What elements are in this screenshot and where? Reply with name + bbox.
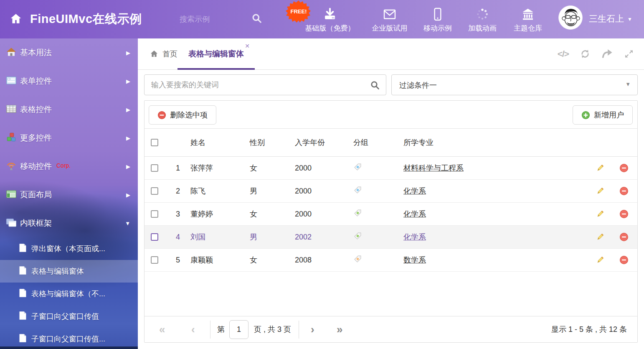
cell-name: 董婷婷 <box>184 209 243 219</box>
delete-row-icon[interactable] <box>611 209 637 219</box>
file-icon <box>19 334 27 344</box>
sidebar-item-form-controls[interactable]: 表单控件 ▶ <box>0 67 138 95</box>
table-row: 3 董婷婷 女 2000 化学系 <box>145 203 637 226</box>
nav-theme-repo[interactable]: 主题仓库 <box>497 6 559 33</box>
header-search-icon[interactable] <box>251 13 262 25</box>
grid-panel: 删除选中项 新增用户 姓名 性别 入学年份 分组 所学专业 1 <box>144 100 638 343</box>
sidebar-subitem-child-to-parent-2[interactable]: 子窗口向父窗口传值... <box>0 328 138 349</box>
tab-grid-edit-window[interactable]: 表格与编辑窗体 ✕ <box>177 38 255 69</box>
edit-pencil-icon[interactable] <box>589 210 611 219</box>
chevron-down-icon: ▼ <box>625 81 631 87</box>
delete-row-icon[interactable] <box>611 255 637 265</box>
sidebar-item-inline-frames[interactable]: 内联框架 ▼ <box>0 209 138 237</box>
envelope-icon <box>383 6 397 21</box>
row-number: 5 <box>165 256 184 265</box>
chevron-down-icon: ▼ <box>627 16 632 22</box>
close-icon[interactable]: ✕ <box>245 43 250 49</box>
app-title: FineUIMvc在线示例 <box>30 11 142 28</box>
edit-pencil-icon[interactable] <box>589 256 611 265</box>
sidebar-item-label: 移动控件 <box>20 161 52 172</box>
layout-icon <box>6 190 17 200</box>
cell-name: 张萍萍 <box>184 163 243 173</box>
sidebar-subitem-child-to-parent[interactable]: 子窗口向父窗口传值 <box>0 305 138 328</box>
major-link[interactable]: 化学系 <box>403 233 426 241</box>
last-page-button[interactable]: » <box>337 322 342 336</box>
sidebar-subitem-grid-edit-window[interactable]: 表格与编辑窗体 <box>0 260 138 283</box>
row-checkbox[interactable] <box>151 187 158 195</box>
minus-circle-icon <box>157 111 166 120</box>
pagination-bar: « ‹ 第 页 , 共 3 页 › » 显示 1 - 5 条 , 共 12 条 <box>145 316 637 342</box>
cell-gender: 男 <box>243 232 289 242</box>
edit-pencil-icon[interactable] <box>589 233 611 242</box>
nav-label: 主题仓库 <box>514 23 542 33</box>
home-icon[interactable] <box>9 13 23 27</box>
chevron-right-icon: ▶ <box>126 163 130 170</box>
filter-dropdown[interactable]: 过滤条件一 ▼ <box>391 74 638 95</box>
row-checkbox[interactable] <box>151 233 158 241</box>
app-header: FineUIMvc在线示例 FREE! 基础版（免费） 企业版试用 移动示例 <box>0 0 644 38</box>
tag-icon <box>347 186 397 196</box>
avatar[interactable] <box>558 5 583 30</box>
search-icon[interactable] <box>370 80 380 92</box>
delete-row-icon[interactable] <box>611 232 637 242</box>
cubes-icon <box>6 132 17 143</box>
row-checkbox[interactable] <box>151 164 158 172</box>
sidebar-item-page-layout[interactable]: 页面布局 ▶ <box>0 181 138 209</box>
sidebar-item-more-controls[interactable]: 更多控件 ▶ <box>0 124 138 152</box>
column-header-gender: 性别 <box>243 138 289 148</box>
chevron-right-icon: ▶ <box>126 78 130 84</box>
filter-dropdown-value: 过滤条件一 <box>399 80 437 90</box>
sidebar-item-table-controls[interactable]: 表格控件 ▶ <box>0 95 138 124</box>
major-link[interactable]: 数学系 <box>403 256 426 264</box>
file-icon <box>19 243 27 254</box>
row-checkbox[interactable] <box>151 256 158 264</box>
sidebar-subitem-label: 子窗口向父窗口传值... <box>31 334 105 344</box>
nav-basic-free[interactable]: 基础版（免费） <box>299 6 361 33</box>
edit-pencil-icon[interactable] <box>589 187 611 196</box>
major-link[interactable]: 化学系 <box>403 187 426 195</box>
major-link[interactable]: 化学系 <box>403 210 426 218</box>
column-header-name: 姓名 <box>184 138 243 148</box>
cell-name: 康颖颖 <box>184 255 243 265</box>
sidebar-item-label: 表单控件 <box>20 76 52 87</box>
row-checkbox[interactable] <box>151 210 158 218</box>
first-page-button[interactable]: « <box>159 322 165 336</box>
sidebar-item-label: 基本用法 <box>20 47 52 58</box>
edit-pencil-icon[interactable] <box>589 164 611 173</box>
sidebar-subitem-popup-window[interactable]: 弹出窗体（本页面或... <box>0 237 138 260</box>
tag-icon <box>347 232 397 242</box>
username: 三生石上 <box>589 14 624 23</box>
select-all-checkbox[interactable] <box>151 139 158 146</box>
page: FineUIMvc在线示例 FREE! 基础版（免费） 企业版试用 移动示例 <box>0 0 644 349</box>
record-summary: 显示 1 - 5 条 , 共 12 条 <box>551 324 627 334</box>
tab-home[interactable]: 首页 <box>150 38 177 69</box>
page-number-input[interactable] <box>229 320 248 339</box>
tab-tools: </> <box>558 38 634 69</box>
sidebar-item-mobile-controls[interactable]: 移动控件 Corp. ▶ <box>0 152 138 181</box>
delete-selected-button[interactable]: 删除选中项 <box>149 105 216 125</box>
nav-label: 企业版试用 <box>372 23 408 33</box>
refresh-icon[interactable] <box>580 48 591 59</box>
major-link[interactable]: 材料科学与工程系 <box>403 164 464 172</box>
cell-year: 2002 <box>289 233 347 242</box>
next-page-button[interactable]: › <box>311 322 314 336</box>
column-header-major: 所学专业 <box>397 138 589 148</box>
add-user-button[interactable]: 新增用户 <box>573 105 633 125</box>
user-menu[interactable]: 三生石上▼ <box>589 13 632 25</box>
table-row: 5 康颖颖 女 2008 数学系 <box>145 249 637 272</box>
prev-page-button[interactable]: ‹ <box>191 322 195 336</box>
sidebar-item-label: 页面布局 <box>20 189 52 200</box>
header-search-input[interactable] <box>180 13 248 26</box>
file-icon <box>19 311 27 322</box>
share-icon[interactable] <box>601 48 613 59</box>
cell-gender: 女 <box>243 163 289 173</box>
delete-row-icon[interactable] <box>611 163 637 173</box>
sidebar-item-basic-usage[interactable]: 基本用法 ▶ <box>0 38 138 67</box>
sidebar-subitem-grid-edit-window-2[interactable]: 表格与编辑窗体（不... <box>0 283 138 305</box>
row-number: 4 <box>165 233 184 242</box>
keyword-search-input[interactable] <box>151 75 364 95</box>
divider <box>210 321 210 339</box>
expand-icon[interactable] <box>624 49 634 59</box>
source-code-icon[interactable]: </> <box>558 49 569 59</box>
delete-row-icon[interactable] <box>611 186 637 196</box>
